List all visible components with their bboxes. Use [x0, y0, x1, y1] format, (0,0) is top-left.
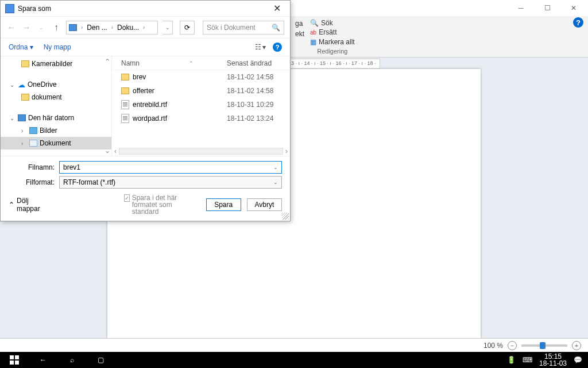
dialog-icon	[5, 4, 14, 13]
folder-icon	[121, 74, 129, 80]
rtf-file-icon	[121, 114, 129, 123]
address-bar[interactable]: › Den ... › Doku... ›	[66, 21, 158, 34]
find-button[interactable]: 🔍Sök	[310, 18, 355, 28]
tree-item-onedrive[interactable]: ⌄☁OneDrive	[1, 78, 111, 91]
search-button[interactable]: ⌕	[57, 352, 86, 368]
chevron-down-icon[interactable]: ⌄	[273, 164, 278, 170]
replace-button[interactable]: abErsätt	[310, 28, 355, 37]
select-all-icon: ▦	[310, 38, 316, 46]
filename-input[interactable]: brev1⌄	[59, 161, 282, 174]
address-history-dropdown[interactable]: ⌄	[163, 21, 173, 34]
file-list-header[interactable]: Namn⌃ Senast ändrad	[112, 56, 290, 70]
ribbon-editing-group: 🔍Sök abErsätt ▦Markera allt Redigering	[310, 18, 355, 55]
dialog-title: Spara som	[18, 5, 51, 13]
chevron-down-icon[interactable]: ⌄	[273, 179, 278, 185]
tree-item-kamerabilder[interactable]: Kamerabilder	[1, 57, 111, 70]
collapse-icon[interactable]: ⌄	[10, 115, 16, 121]
dialog-footer: ⌃Dölj mappar ✓ Spara i det här formatet …	[1, 191, 290, 221]
folder-icon	[21, 94, 29, 101]
search-icon: ⌕	[70, 356, 74, 364]
select-all-button[interactable]: ▦Markera allt	[310, 37, 355, 47]
task-view-button[interactable]: ▢	[86, 352, 115, 368]
ribbon-group-label: Redigering	[310, 48, 355, 55]
ribbon-insert-partial: ga ekt	[295, 18, 304, 55]
file-list: Namn⌃ Senast ändrad brev 18-11-02 14:58 …	[112, 56, 290, 156]
chevron-up-icon: ⌃	[9, 201, 14, 209]
nav-up-button[interactable]: ↑	[51, 22, 61, 33]
horizontal-scrollbar[interactable]: ‹›	[112, 147, 290, 156]
dialog-titlebar: Spara som ✕	[1, 1, 290, 17]
replace-icon: ab	[310, 29, 316, 36]
search-input[interactable]: Sök i Dokument 🔍	[203, 21, 284, 34]
tree-item-this-pc[interactable]: ⌄Den här datorn	[1, 112, 111, 124]
filetype-select[interactable]: RTF-format (*.rtf)⌄	[59, 176, 282, 189]
view-icon: ☷	[255, 43, 261, 51]
default-format-checkbox[interactable]: ✓ Spara i det här formatet som standard	[124, 194, 195, 215]
tree-item-onedrive-dokument[interactable]: dokument	[1, 91, 111, 103]
battery-icon[interactable]: 🔋	[507, 356, 516, 364]
documents-icon	[29, 140, 37, 147]
tree-item-pictures[interactable]: ›Bilder	[1, 124, 111, 137]
close-button[interactable]: ✕	[560, 0, 587, 16]
nav-back-button[interactable]: ←	[6, 22, 17, 33]
pc-icon	[69, 24, 77, 31]
save-button[interactable]: Spara	[206, 198, 241, 211]
file-row[interactable]: offerter 18-11-02 14:58	[112, 84, 290, 98]
save-as-dialog: Spara som ✕ ← → ⌄ ↑ › Den ... › Doku... …	[0, 0, 291, 221]
folder-icon	[121, 87, 129, 94]
file-row[interactable]: wordpad.rtf 18-11-02 13:24	[112, 112, 290, 125]
zoom-out-button[interactable]: −	[508, 341, 517, 350]
hide-folders-button[interactable]: ⌃Dölj mappar	[9, 197, 49, 213]
maximize-button[interactable]: ☐	[534, 0, 560, 16]
zoom-slider[interactable]	[521, 344, 567, 347]
onedrive-icon: ☁	[18, 80, 25, 89]
view-mode-button[interactable]: ☷ ▾	[255, 43, 266, 51]
nav-recent-dropdown[interactable]: ⌄	[36, 25, 47, 30]
folder-tree[interactable]: Kamerabilder ⌄☁OneDrive dokument ⌄Den hä…	[1, 56, 112, 156]
dialog-fields: Filnamn: brev1⌄ Filformat: RTF-format (*…	[1, 156, 290, 191]
status-bar: 100 % − +	[0, 338, 588, 352]
column-name[interactable]: Namn	[121, 59, 140, 67]
checkbox-icon: ✓	[124, 194, 130, 202]
folder-icon	[21, 60, 29, 67]
refresh-icon: ⟳	[184, 24, 190, 32]
taskbar[interactable]: ← ⌕ ▢ 🔋 ⌨ 15:15 18-11-03 💬	[0, 352, 588, 368]
search-icon: 🔍	[310, 19, 319, 27]
file-row[interactable]: brev 18-11-02 14:58	[112, 70, 290, 84]
dialog-close-button[interactable]: ✕	[268, 3, 285, 14]
search-icon: 🔍	[272, 24, 280, 32]
tree-item-documents[interactable]: ›Dokument	[1, 137, 111, 150]
organize-menu[interactable]: Ordna ▾	[9, 43, 33, 51]
chevron-right-icon: ›	[110, 24, 115, 30]
zoom-in-button[interactable]: +	[572, 341, 581, 350]
taskbar-clock[interactable]: 15:15 18-11-03	[539, 353, 567, 367]
expand-icon[interactable]: ›	[21, 128, 27, 134]
svg-rect-0	[10, 355, 14, 359]
rtf-file-icon	[121, 100, 129, 109]
breadcrumb-seg-2[interactable]: Doku...	[117, 24, 139, 32]
zoom-label: 100 %	[483, 342, 503, 350]
nav-forward-button[interactable]: →	[21, 22, 32, 33]
cancel-button[interactable]: Avbryt	[247, 198, 282, 211]
refresh-button[interactable]: ⟳	[180, 21, 195, 34]
keyboard-icon[interactable]: ⌨	[523, 356, 532, 364]
svg-rect-1	[15, 355, 19, 359]
breadcrumb-seg-1[interactable]: Den ...	[87, 24, 107, 32]
pictures-icon	[29, 127, 37, 134]
notifications-button[interactable]: 💬	[574, 356, 582, 364]
resize-grip[interactable]	[282, 213, 289, 220]
chevron-right-icon: ›	[141, 24, 146, 30]
column-modified[interactable]: Senast ändrad	[227, 59, 290, 67]
dialog-toolbar: Ordna ▾ Ny mapp ☷ ▾ ?	[1, 39, 290, 56]
filename-label: Filnamn:	[9, 163, 55, 171]
help-button[interactable]: ?	[273, 43, 282, 52]
file-row[interactable]: entrebild.rtf 18-10-31 10:29	[112, 98, 290, 112]
minimize-button[interactable]: ─	[508, 0, 534, 16]
expand-icon[interactable]: ›	[21, 140, 27, 147]
help-icon[interactable]: ?	[573, 17, 583, 28]
start-button[interactable]	[0, 352, 29, 368]
new-folder-button[interactable]: Ny mapp	[44, 43, 71, 51]
collapse-icon[interactable]: ⌄	[10, 82, 16, 88]
svg-rect-3	[15, 361, 19, 365]
back-button[interactable]: ←	[29, 352, 57, 368]
